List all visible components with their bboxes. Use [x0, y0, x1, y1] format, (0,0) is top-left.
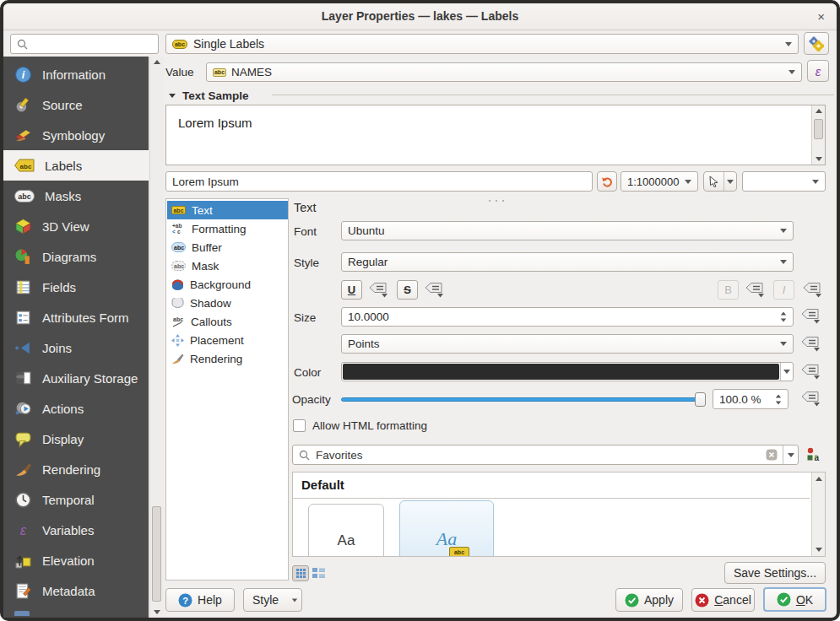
sidebar-item-diagrams[interactable]: Diagrams	[3, 241, 149, 272]
bold-button[interactable]: B	[718, 280, 739, 300]
tab-formatting[interactable]: +ab<c Formatting	[167, 219, 288, 238]
size-unit-select[interactable]: Points	[341, 334, 794, 354]
value-field-select[interactable]: abc NAMES	[206, 62, 802, 82]
close-icon[interactable]: ×	[817, 3, 825, 30]
tab-shadow[interactable]: Shadow	[167, 294, 288, 312]
preview-scale-select[interactable]: 1:1000000	[621, 171, 698, 192]
sidebar-item-metadata[interactable]: Metadata	[3, 575, 149, 606]
automated-placement-button[interactable]	[804, 32, 829, 55]
sidebar-item-rendering[interactable]: Rendering	[3, 454, 149, 484]
ok-button[interactable]: OK	[763, 587, 826, 612]
sidebar-item-elevation[interactable]: Elevation	[3, 545, 149, 575]
color-button[interactable]	[341, 362, 794, 381]
dd-override-opacity[interactable]	[800, 391, 821, 407]
style-menu-button[interactable]: Style	[243, 588, 302, 612]
style-manager-button[interactable]: a	[805, 446, 822, 463]
scroll-up-icon[interactable]	[816, 109, 822, 113]
scrollbar-thumb[interactable]	[814, 119, 823, 139]
sidebar-item-temporal[interactable]: Temporal	[3, 484, 149, 515]
scroll-up-icon[interactable]	[816, 477, 822, 481]
scrollbar-thumb[interactable]	[152, 506, 161, 602]
spin-arrows[interactable]	[775, 394, 782, 405]
dd-override-underline[interactable]	[368, 282, 388, 298]
style-thumb-hovered[interactable]: Aa abc	[399, 500, 494, 557]
save-settings-button[interactable]: Save Settings...	[724, 562, 826, 584]
field-abc-icon: abc	[213, 68, 226, 77]
allow-html-label: Allow HTML formatting	[312, 419, 427, 432]
opacity-slider[interactable]	[341, 390, 706, 408]
help-icon: ?	[178, 593, 192, 608]
spin-arrows[interactable]	[780, 311, 787, 322]
divider	[293, 498, 810, 499]
scroll-up-icon[interactable]	[154, 60, 160, 64]
allow-html-checkbox[interactable]	[293, 419, 306, 432]
scroll-down-icon[interactable]	[816, 157, 822, 161]
dd-override-bold[interactable]	[745, 282, 765, 298]
sidebar-item-labels[interactable]: abc Labels	[3, 150, 149, 181]
size-spinbox[interactable]: 10.0000	[341, 307, 794, 327]
sidebar-item-actions[interactable]: Actions	[3, 393, 149, 424]
sidebar-item-auxiliary-storage[interactable]: Auxiliary Storage	[3, 363, 149, 393]
help-button[interactable]: ? Help	[165, 588, 235, 612]
dd-override-color[interactable]	[800, 364, 821, 380]
sidebar-item-variables[interactable]: ε Variables	[3, 515, 149, 545]
style-manager-icon: a	[805, 446, 822, 463]
sidebar-item-joins[interactable]: Joins	[3, 332, 149, 363]
dd-override-unit[interactable]	[800, 336, 821, 352]
scroll-down-icon[interactable]	[816, 548, 822, 552]
gallery-scrollbar[interactable]	[811, 472, 825, 556]
sidebar-item-information[interactable]: i Information	[3, 59, 149, 89]
style-filter-input[interactable]: Favorites	[292, 445, 799, 465]
font-value: Ubuntu	[348, 224, 385, 237]
preview-background-select[interactable]	[742, 171, 826, 192]
style-menu-dropdown[interactable]	[288, 589, 301, 611]
sidebar-item-source[interactable]: Source	[3, 89, 149, 120]
masks-icon: abc	[14, 190, 35, 202]
reset-sample-button[interactable]	[597, 171, 617, 192]
filter-dropdown[interactable]	[783, 446, 798, 464]
style-thumb-default[interactable]: Aa	[308, 504, 384, 557]
font-select[interactable]: Ubuntu	[341, 221, 794, 240]
picker-dropdown[interactable]	[723, 172, 736, 191]
strikethrough-button[interactable]: S	[397, 280, 418, 300]
splitter-handle[interactable]	[486, 192, 507, 208]
sidebar-item-masks[interactable]: abc Masks	[3, 181, 149, 211]
apply-button[interactable]: Apply	[615, 588, 683, 612]
sidebar-item-symbology[interactable]: Symbology	[3, 120, 149, 150]
background-icon	[171, 279, 184, 290]
tab-mask[interactable]: abc Mask	[167, 256, 288, 275]
search-input[interactable]	[10, 34, 159, 54]
map-scale-picker-button[interactable]	[703, 171, 737, 192]
tab-rendering[interactable]: Rendering	[167, 349, 288, 368]
underline-button[interactable]: U	[341, 280, 362, 300]
clear-icon[interactable]	[766, 449, 778, 461]
tab-buffer[interactable]: abc Buffer	[167, 238, 288, 256]
text-sample-header[interactable]: Text Sample	[169, 89, 249, 102]
tab-callouts[interactable]: abc Callouts	[167, 312, 288, 331]
cancel-button[interactable]: Cancel	[691, 588, 755, 612]
sidebar-item-attributes-form[interactable]: Attributes Form	[3, 302, 149, 332]
sidebar-item-display[interactable]: Display	[3, 424, 149, 454]
sidebar-scrollbar[interactable]	[149, 57, 164, 618]
color-dropdown[interactable]	[780, 363, 793, 381]
scroll-down-icon[interactable]	[154, 610, 160, 614]
tab-placement[interactable]: Placement	[167, 331, 288, 349]
slider-handle[interactable]	[695, 392, 706, 407]
tab-background[interactable]: Background	[167, 275, 288, 294]
dd-override-italic[interactable]	[802, 282, 822, 298]
italic-button[interactable]: I	[773, 280, 794, 300]
preview-scrollbar[interactable]	[811, 105, 825, 165]
expression-builder-button[interactable]: ε	[807, 60, 829, 82]
sidebar-item-partial[interactable]	[3, 606, 149, 618]
dd-override-size[interactable]	[800, 308, 821, 324]
opacity-spinbox[interactable]: 100.0 %	[713, 389, 789, 409]
icon-view-toggle[interactable]	[292, 565, 309, 581]
dd-override-strikethrough[interactable]	[424, 282, 444, 298]
sidebar-item-fields[interactable]: Fields	[3, 272, 149, 302]
label-mode-select[interactable]: abc Single Labels	[165, 34, 799, 54]
font-style-select[interactable]: Regular	[341, 252, 794, 272]
list-view-toggle[interactable]	[312, 567, 325, 580]
tab-text[interactable]: abc Text	[167, 201, 288, 219]
sidebar-item-3d-view[interactable]: 3D View	[3, 211, 149, 241]
sample-text-input[interactable]: Lorem Ipsum	[165, 171, 593, 192]
